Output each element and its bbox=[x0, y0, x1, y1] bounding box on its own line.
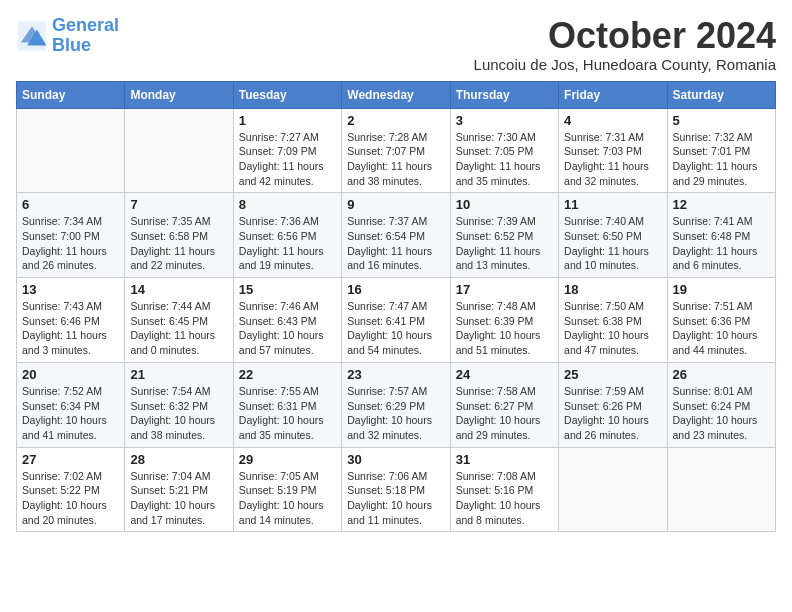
calendar-cell: 6Sunrise: 7:34 AMSunset: 7:00 PMDaylight… bbox=[17, 193, 125, 278]
calendar-cell: 19Sunrise: 7:51 AMSunset: 6:36 PMDayligh… bbox=[667, 278, 775, 363]
day-number: 29 bbox=[239, 452, 336, 467]
day-number: 22 bbox=[239, 367, 336, 382]
calendar-cell: 9Sunrise: 7:37 AMSunset: 6:54 PMDaylight… bbox=[342, 193, 450, 278]
calendar-cell: 17Sunrise: 7:48 AMSunset: 6:39 PMDayligh… bbox=[450, 278, 558, 363]
day-number: 11 bbox=[564, 197, 661, 212]
calendar-cell: 2Sunrise: 7:28 AMSunset: 7:07 PMDaylight… bbox=[342, 108, 450, 193]
cell-info: Sunrise: 7:51 AMSunset: 6:36 PMDaylight:… bbox=[673, 299, 770, 358]
day-number: 13 bbox=[22, 282, 119, 297]
cell-info: Sunrise: 8:01 AMSunset: 6:24 PMDaylight:… bbox=[673, 384, 770, 443]
cell-info: Sunrise: 7:04 AMSunset: 5:21 PMDaylight:… bbox=[130, 469, 227, 528]
cell-info: Sunrise: 7:47 AMSunset: 6:41 PMDaylight:… bbox=[347, 299, 444, 358]
weekday-header-saturday: Saturday bbox=[667, 81, 775, 108]
cell-info: Sunrise: 7:50 AMSunset: 6:38 PMDaylight:… bbox=[564, 299, 661, 358]
logo-line2: Blue bbox=[52, 35, 91, 55]
day-number: 27 bbox=[22, 452, 119, 467]
cell-info: Sunrise: 7:35 AMSunset: 6:58 PMDaylight:… bbox=[130, 214, 227, 273]
weekday-header-row: SundayMondayTuesdayWednesdayThursdayFrid… bbox=[17, 81, 776, 108]
week-row-1: 1Sunrise: 7:27 AMSunset: 7:09 PMDaylight… bbox=[17, 108, 776, 193]
calendar-cell: 27Sunrise: 7:02 AMSunset: 5:22 PMDayligh… bbox=[17, 447, 125, 532]
day-number: 6 bbox=[22, 197, 119, 212]
calendar-cell: 7Sunrise: 7:35 AMSunset: 6:58 PMDaylight… bbox=[125, 193, 233, 278]
day-number: 19 bbox=[673, 282, 770, 297]
calendar-cell: 23Sunrise: 7:57 AMSunset: 6:29 PMDayligh… bbox=[342, 362, 450, 447]
cell-info: Sunrise: 7:27 AMSunset: 7:09 PMDaylight:… bbox=[239, 130, 336, 189]
calendar-cell: 11Sunrise: 7:40 AMSunset: 6:50 PMDayligh… bbox=[559, 193, 667, 278]
calendar-cell: 21Sunrise: 7:54 AMSunset: 6:32 PMDayligh… bbox=[125, 362, 233, 447]
cell-info: Sunrise: 7:55 AMSunset: 6:31 PMDaylight:… bbox=[239, 384, 336, 443]
calendar-cell bbox=[667, 447, 775, 532]
day-number: 10 bbox=[456, 197, 553, 212]
day-number: 3 bbox=[456, 113, 553, 128]
cell-info: Sunrise: 7:52 AMSunset: 6:34 PMDaylight:… bbox=[22, 384, 119, 443]
calendar-cell: 24Sunrise: 7:58 AMSunset: 6:27 PMDayligh… bbox=[450, 362, 558, 447]
cell-info: Sunrise: 7:37 AMSunset: 6:54 PMDaylight:… bbox=[347, 214, 444, 273]
calendar-cell: 31Sunrise: 7:08 AMSunset: 5:16 PMDayligh… bbox=[450, 447, 558, 532]
calendar-cell: 8Sunrise: 7:36 AMSunset: 6:56 PMDaylight… bbox=[233, 193, 341, 278]
cell-info: Sunrise: 7:54 AMSunset: 6:32 PMDaylight:… bbox=[130, 384, 227, 443]
calendar-cell: 20Sunrise: 7:52 AMSunset: 6:34 PMDayligh… bbox=[17, 362, 125, 447]
cell-info: Sunrise: 7:28 AMSunset: 7:07 PMDaylight:… bbox=[347, 130, 444, 189]
cell-info: Sunrise: 7:02 AMSunset: 5:22 PMDaylight:… bbox=[22, 469, 119, 528]
cell-info: Sunrise: 7:36 AMSunset: 6:56 PMDaylight:… bbox=[239, 214, 336, 273]
calendar-cell: 3Sunrise: 7:30 AMSunset: 7:05 PMDaylight… bbox=[450, 108, 558, 193]
cell-info: Sunrise: 7:39 AMSunset: 6:52 PMDaylight:… bbox=[456, 214, 553, 273]
week-row-4: 20Sunrise: 7:52 AMSunset: 6:34 PMDayligh… bbox=[17, 362, 776, 447]
logo-text: General Blue bbox=[52, 16, 119, 56]
calendar-table: SundayMondayTuesdayWednesdayThursdayFrid… bbox=[16, 81, 776, 533]
day-number: 1 bbox=[239, 113, 336, 128]
day-number: 2 bbox=[347, 113, 444, 128]
week-row-2: 6Sunrise: 7:34 AMSunset: 7:00 PMDaylight… bbox=[17, 193, 776, 278]
location: Luncoiu de Jos, Hunedoara County, Romani… bbox=[474, 56, 776, 73]
cell-info: Sunrise: 7:57 AMSunset: 6:29 PMDaylight:… bbox=[347, 384, 444, 443]
calendar-cell: 30Sunrise: 7:06 AMSunset: 5:18 PMDayligh… bbox=[342, 447, 450, 532]
calendar-cell: 18Sunrise: 7:50 AMSunset: 6:38 PMDayligh… bbox=[559, 278, 667, 363]
cell-info: Sunrise: 7:05 AMSunset: 5:19 PMDaylight:… bbox=[239, 469, 336, 528]
calendar-cell: 13Sunrise: 7:43 AMSunset: 6:46 PMDayligh… bbox=[17, 278, 125, 363]
cell-info: Sunrise: 7:34 AMSunset: 7:00 PMDaylight:… bbox=[22, 214, 119, 273]
cell-info: Sunrise: 7:59 AMSunset: 6:26 PMDaylight:… bbox=[564, 384, 661, 443]
cell-info: Sunrise: 7:32 AMSunset: 7:01 PMDaylight:… bbox=[673, 130, 770, 189]
weekday-header-thursday: Thursday bbox=[450, 81, 558, 108]
calendar-cell bbox=[17, 108, 125, 193]
calendar-cell: 10Sunrise: 7:39 AMSunset: 6:52 PMDayligh… bbox=[450, 193, 558, 278]
week-row-5: 27Sunrise: 7:02 AMSunset: 5:22 PMDayligh… bbox=[17, 447, 776, 532]
day-number: 21 bbox=[130, 367, 227, 382]
logo: General Blue bbox=[16, 16, 119, 56]
weekday-header-wednesday: Wednesday bbox=[342, 81, 450, 108]
calendar-cell: 15Sunrise: 7:46 AMSunset: 6:43 PMDayligh… bbox=[233, 278, 341, 363]
weekday-header-tuesday: Tuesday bbox=[233, 81, 341, 108]
day-number: 25 bbox=[564, 367, 661, 382]
calendar-cell bbox=[559, 447, 667, 532]
day-number: 9 bbox=[347, 197, 444, 212]
calendar-cell: 12Sunrise: 7:41 AMSunset: 6:48 PMDayligh… bbox=[667, 193, 775, 278]
month-title: October 2024 bbox=[474, 16, 776, 56]
calendar-cell: 28Sunrise: 7:04 AMSunset: 5:21 PMDayligh… bbox=[125, 447, 233, 532]
day-number: 16 bbox=[347, 282, 444, 297]
logo-icon bbox=[16, 20, 48, 52]
day-number: 14 bbox=[130, 282, 227, 297]
day-number: 24 bbox=[456, 367, 553, 382]
weekday-header-friday: Friday bbox=[559, 81, 667, 108]
day-number: 17 bbox=[456, 282, 553, 297]
calendar-cell: 26Sunrise: 8:01 AMSunset: 6:24 PMDayligh… bbox=[667, 362, 775, 447]
day-number: 18 bbox=[564, 282, 661, 297]
cell-info: Sunrise: 7:43 AMSunset: 6:46 PMDaylight:… bbox=[22, 299, 119, 358]
calendar-cell: 4Sunrise: 7:31 AMSunset: 7:03 PMDaylight… bbox=[559, 108, 667, 193]
calendar-cell bbox=[125, 108, 233, 193]
calendar-cell: 1Sunrise: 7:27 AMSunset: 7:09 PMDaylight… bbox=[233, 108, 341, 193]
day-number: 8 bbox=[239, 197, 336, 212]
cell-info: Sunrise: 7:31 AMSunset: 7:03 PMDaylight:… bbox=[564, 130, 661, 189]
cell-info: Sunrise: 7:30 AMSunset: 7:05 PMDaylight:… bbox=[456, 130, 553, 189]
cell-info: Sunrise: 7:08 AMSunset: 5:16 PMDaylight:… bbox=[456, 469, 553, 528]
weekday-header-monday: Monday bbox=[125, 81, 233, 108]
cell-info: Sunrise: 7:48 AMSunset: 6:39 PMDaylight:… bbox=[456, 299, 553, 358]
day-number: 23 bbox=[347, 367, 444, 382]
cell-info: Sunrise: 7:41 AMSunset: 6:48 PMDaylight:… bbox=[673, 214, 770, 273]
day-number: 28 bbox=[130, 452, 227, 467]
calendar-cell: 16Sunrise: 7:47 AMSunset: 6:41 PMDayligh… bbox=[342, 278, 450, 363]
day-number: 5 bbox=[673, 113, 770, 128]
day-number: 7 bbox=[130, 197, 227, 212]
day-number: 20 bbox=[22, 367, 119, 382]
day-number: 31 bbox=[456, 452, 553, 467]
